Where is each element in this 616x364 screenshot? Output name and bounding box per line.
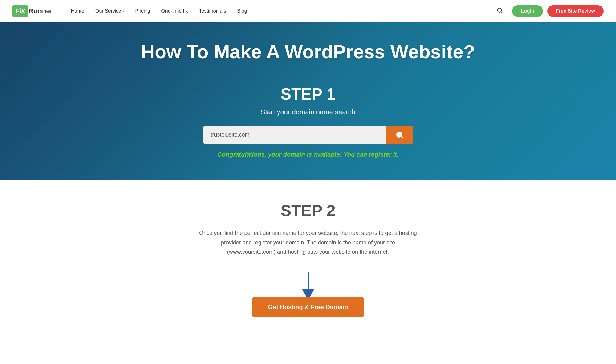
logo-icon: FiX xyxy=(12,5,28,17)
domain-search-bar xyxy=(203,126,413,144)
svg-line-1 xyxy=(501,11,502,13)
step2-label: STEP 2 xyxy=(12,201,604,220)
get-hosting-button[interactable]: Get Hosting & Free Domain xyxy=(252,297,363,317)
nav-blog-link[interactable]: Blog xyxy=(237,8,247,14)
nav-our-service-link[interactable]: Our Service ▾ xyxy=(95,8,124,14)
nav-actions: Login Free Site Review xyxy=(512,5,604,17)
svg-line-3 xyxy=(401,137,403,138)
nav-testimonials-link[interactable]: Testimonials xyxy=(199,8,226,14)
sidebar-item-testimonials[interactable]: Testimonials xyxy=(199,8,226,14)
sidebar-item-home[interactable]: Home xyxy=(71,8,84,14)
step1-subtitle: Start your domain name search xyxy=(261,108,355,116)
search-input[interactable] xyxy=(203,126,386,144)
step1-label: STEP 1 xyxy=(280,85,335,103)
nav-links: Home Our Service ▾ Pricing One-time fix … xyxy=(71,8,497,14)
navbar: FiX Runner Home Our Service ▾ Pricing On… xyxy=(0,0,616,22)
logo[interactable]: FiX Runner xyxy=(12,5,52,17)
hero-divider xyxy=(243,69,373,69)
hero-title: How To Make A WordPress Website? xyxy=(141,41,475,63)
domain-available-message: Congratulations, your domain is availabl… xyxy=(218,151,399,158)
sidebar-item-one-time-fix[interactable]: One-time fix xyxy=(161,8,188,14)
sidebar-item-blog[interactable]: Blog xyxy=(237,8,247,14)
nav-home-link[interactable]: Home xyxy=(71,8,84,14)
search-icon[interactable] xyxy=(497,7,503,15)
search-icon xyxy=(396,131,404,139)
nav-pricing-link[interactable]: Pricing xyxy=(135,8,150,14)
hero-section: How To Make A WordPress Website? STEP 1 … xyxy=(0,22,616,180)
arrow-down-icon xyxy=(299,272,317,300)
arrow-container: Get Hosting & Free Domain xyxy=(12,272,604,317)
chevron-down-icon: ▾ xyxy=(122,10,124,13)
sidebar-item-our-service[interactable]: Our Service ▾ xyxy=(95,8,124,14)
step2-description: Once you find the perfect domain name fo… xyxy=(197,228,419,257)
nav-one-time-fix-link[interactable]: One-time fix xyxy=(161,8,188,14)
step2-section: STEP 2 Once you find the perfect domain … xyxy=(0,180,616,342)
sidebar-item-pricing[interactable]: Pricing xyxy=(135,8,150,14)
logo-text: Runner xyxy=(29,7,52,15)
login-button[interactable]: Login xyxy=(512,5,543,17)
nav-our-service-label: Our Service xyxy=(95,8,121,14)
free-site-review-button[interactable]: Free Site Review xyxy=(547,5,604,17)
search-button[interactable] xyxy=(386,126,413,144)
